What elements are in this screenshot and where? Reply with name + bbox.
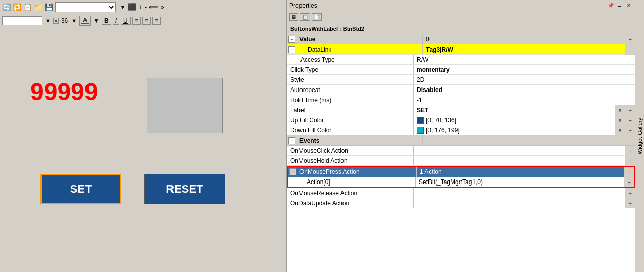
hold-time-label: Hold Time (ms) (287, 95, 414, 105)
onmousehold-label: OnMouseHold Action (287, 156, 414, 165)
align-center-button[interactable]: ≡ (142, 17, 151, 25)
props-tool-1[interactable]: 🖥 (289, 13, 298, 21)
access-type-label: Access Type (287, 55, 414, 64)
label-action-plus[interactable]: + (625, 105, 635, 115)
onmouserelease-action[interactable]: + (625, 188, 635, 198)
onmouseclick-action[interactable]: + (625, 146, 635, 156)
component-title-row: ButtonsWithLabel : BtnStd2 (287, 23, 635, 34)
down-fill-color-label: Down Fill Color (287, 125, 414, 135)
down-fill-color-row: Down Fill Color [0, 176, 199] a + (287, 125, 635, 135)
datalink-action[interactable]: − (625, 44, 635, 55)
underline-button[interactable]: U (121, 17, 131, 25)
onmouseclick-value (414, 146, 625, 155)
events-section: − Events (287, 135, 635, 146)
ondataupdate-row: OnDataUpdate Action + (287, 198, 635, 208)
up-fill-color-swatch (417, 117, 424, 124)
up-fill-color-action-a[interactable]: a (615, 115, 625, 125)
toolbar-btn-1[interactable]: 🔄 (2, 3, 11, 11)
action0-action[interactable]: − (624, 177, 634, 187)
bold-button[interactable]: B (102, 17, 111, 25)
down-fill-color-value: [0, 176, 199] (414, 125, 615, 135)
props-toolbar: 🖥 📋 📑 (287, 11, 635, 23)
datalink-toggle[interactable]: − (288, 46, 295, 53)
align-left-button[interactable]: ≡ (132, 17, 141, 25)
font-size-value: 36 (61, 17, 68, 24)
hold-time-row: Hold Time (ms) -1 (287, 95, 635, 105)
toolbar-btn-10[interactable]: » (160, 3, 164, 11)
up-fill-color-row: Up Fill Color [0, 70, 136] a + (287, 115, 635, 125)
click-type-row: Click Type momentary (287, 65, 635, 75)
onmousepress-value: 1 Action (417, 168, 624, 175)
left-panel: 🔄 🔁 📋 📁 💾 #1 BtnStd1.btn ▼ ⬛ + - ⟸ » ▼ »… (0, 0, 287, 272)
file-select[interactable]: #1 BtnStd1.btn (55, 2, 116, 12)
close-icon[interactable]: ✕ (625, 2, 633, 10)
text-color-button[interactable]: A (79, 16, 91, 26)
onmouserelease-value (414, 188, 625, 198)
set-button[interactable]: SET (40, 174, 121, 204)
value-section-label: Value (296, 34, 423, 44)
onmousepress-label: OnMousePress Action (297, 167, 417, 177)
events-section-value (423, 135, 635, 145)
toolbar-btn-3[interactable]: 📋 (23, 3, 32, 11)
widget-gallery-sidebar[interactable]: Widget Gallery (635, 0, 644, 272)
events-toggle[interactable]: − (288, 137, 295, 144)
up-fill-color-value: [0, 70, 136] (414, 115, 615, 125)
align-right-button[interactable]: ≡ (152, 17, 161, 25)
action0-label: Action[0] (295, 177, 416, 187)
hold-time-value: -1 (414, 95, 635, 105)
bold-indicator[interactable]: » (53, 18, 59, 24)
italic-button[interactable]: I (113, 17, 119, 25)
toolbar-btn-6[interactable]: ⬛ (128, 3, 137, 11)
events-section-label: Events (296, 135, 423, 145)
toolbar-btn-9[interactable]: ⟸ (149, 3, 158, 11)
label-action-a[interactable]: a (615, 105, 625, 115)
props-tool-3[interactable]: 📑 (312, 13, 322, 21)
properties-panel: Properties 📌 🗕 ✕ 🖥 📋 📑 ButtonsWithLabel … (287, 0, 635, 272)
up-fill-color-action-plus[interactable]: + (625, 115, 635, 125)
toolbar-btn-2[interactable]: 🔁 (13, 3, 21, 11)
onmousepress-action[interactable]: + (624, 167, 634, 177)
number-display: 99999 (30, 78, 98, 106)
ondataupdate-label: OnDataUpdate Action (287, 198, 414, 208)
down-fill-color-action-plus[interactable]: + (625, 125, 635, 135)
font-select[interactable] (2, 16, 42, 25)
toolbar-btn-8[interactable]: - (145, 3, 147, 11)
canvas-content: 99999 SET RESET (0, 27, 286, 272)
onmouserelease-label: OnMouseRelease Action (287, 188, 414, 198)
ondataupdate-value (414, 198, 625, 208)
minimize-icon[interactable]: 🗕 (616, 2, 624, 10)
properties-table: − Value 0 + − DataLink Tag3|R/W − Access… (287, 34, 635, 272)
onmousehold-action[interactable]: + (625, 156, 635, 166)
onmousepress-toggle[interactable]: − (289, 168, 296, 175)
style-value: 2D (414, 75, 635, 84)
label-row: Label SET a + (287, 105, 635, 115)
value-section-action[interactable]: + (625, 34, 635, 44)
onmouseclick-row: OnMouseClick Action + (287, 146, 635, 156)
onmousehold-row: OnMouseHold Action + (287, 156, 635, 166)
autorepeat-value: Disabled (414, 85, 635, 95)
top-toolbar: 🔄 🔁 📋 📁 💾 #1 BtnStd1.btn ▼ ⬛ + - ⟸ » (0, 0, 286, 14)
ondataupdate-action[interactable]: + (625, 198, 635, 208)
value-section-value: 0 (423, 34, 625, 44)
widget-gallery-label: Widget Gallery (637, 118, 643, 154)
label-value: SET (414, 105, 615, 115)
value-toggle[interactable]: − (288, 36, 295, 43)
toolbar-btn-7[interactable]: + (139, 3, 143, 11)
reset-button[interactable]: RESET (144, 174, 225, 204)
autorepeat-row: Autorepeat Disabled (287, 85, 635, 95)
access-type-row: Access Type R/W (287, 55, 635, 65)
label-label: Label (287, 105, 414, 115)
onmouserelease-row: OnMouseRelease Action + (287, 188, 635, 198)
down-fill-color-action-a[interactable]: a (615, 125, 625, 135)
pin-icon[interactable]: 📌 (607, 2, 615, 10)
properties-title: Properties (289, 2, 317, 9)
click-type-label: Click Type (287, 65, 414, 74)
placeholder-box (147, 78, 223, 133)
text-toolbar: ▼ » 36 ▼ A ▼ B I U ≡ ≡ ≡ (0, 14, 286, 27)
toolbar-btn-5[interactable]: 💾 (45, 3, 53, 11)
onmouseclick-label: OnMouseClick Action (287, 146, 414, 155)
props-tool-2[interactable]: 📋 (300, 13, 310, 21)
onmousepress-section-row: − OnMousePress Action 1 Action + (288, 167, 634, 177)
style-label: Style (287, 75, 414, 84)
toolbar-btn-4[interactable]: 📁 (34, 3, 42, 11)
